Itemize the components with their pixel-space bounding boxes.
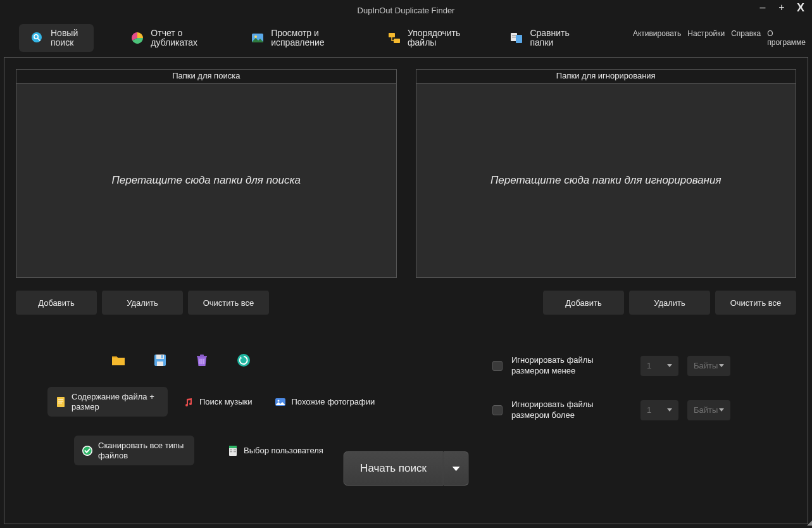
mode-music[interactable]: Поиск музыки [175, 391, 259, 413]
photos-icon [275, 396, 286, 408]
size-filters: Игнорировать файлы размером менее 1 Байт… [492, 353, 784, 465]
filter-more-than: Игнорировать файлы размером более 1 Байт… [492, 399, 784, 421]
tab-label: Упорядочить файлы [408, 28, 461, 48]
filter-less-than: Игнорировать файлы размером менее 1 Байт… [492, 355, 784, 377]
titlebar: DupInOut Duplicate Finder – + X [0, 0, 812, 20]
chevron-down-icon [667, 364, 672, 367]
svg-rect-33 [230, 451, 232, 452]
ignore-folders-dropzone[interactable]: Перетащите сюда папки для игнорирования [416, 84, 796, 277]
clear-ignore-folders-button[interactable]: Очистить все [715, 291, 796, 315]
svg-rect-9 [512, 35, 516, 35]
tab-compare[interactable]: Сравнить папки [498, 24, 582, 52]
svg-rect-24 [58, 403, 62, 403]
panel-title: Папки для поиска [16, 70, 396, 84]
add-search-folder-button[interactable]: Добавить [16, 291, 97, 315]
chevron-down-icon [719, 364, 724, 367]
mode-content-size[interactable]: Содержание файла + размер [47, 387, 168, 417]
scan-user-select[interactable]: Выбор пользователя [220, 440, 331, 462]
svg-point-26 [278, 399, 280, 401]
mode-photos[interactable]: Похожие фотографии [267, 391, 382, 413]
delete-search-folder-button[interactable]: Удалить [102, 291, 183, 315]
svg-rect-14 [161, 355, 163, 358]
svg-rect-16 [200, 355, 204, 356]
spreadsheet-icon [227, 445, 239, 456]
chip-label: Сканировать все типы файлов [98, 441, 187, 460]
tab-organize[interactable]: Упорядочить файлы [376, 24, 473, 52]
svg-rect-30 [229, 446, 237, 448]
refresh-icon[interactable] [236, 353, 251, 368]
add-ignore-folder-button[interactable]: Добавить [543, 291, 624, 315]
start-search-bar: Начать поиск [343, 451, 469, 486]
search-buttons: Добавить Удалить Очистить все [16, 291, 397, 315]
select-value: Байты [694, 361, 718, 370]
delete-ignore-folder-button[interactable]: Удалить [629, 291, 710, 315]
menu-help[interactable]: Справка [731, 29, 761, 47]
search-folders-panel: Папки для поиска Перетащите сюда папки д… [16, 69, 397, 278]
check-circle-icon [82, 445, 93, 456]
search-mode-row: Содержание файла + размер Поиск музыки П… [28, 387, 467, 417]
chip-label: Выбор пользователя [244, 446, 323, 456]
tab-new-search[interactable]: Новый поиск [19, 24, 94, 52]
trash-icon[interactable] [194, 353, 209, 368]
tab-label: Сравнить папки [530, 28, 570, 48]
chevron-down-icon [452, 467, 459, 471]
resize-grip[interactable]: ◢ [807, 519, 811, 527]
svg-rect-31 [230, 449, 232, 450]
start-search-button[interactable]: Начать поиск [343, 451, 444, 486]
dropzone-placeholder: Перетащите сюда папки для поиска [111, 174, 301, 187]
menu-activate[interactable]: Активировать [633, 29, 681, 47]
svg-rect-8 [516, 35, 522, 43]
tab-label: Новый поиск [51, 28, 82, 48]
chip-label: Похожие фотографии [291, 397, 375, 407]
svg-point-0 [32, 32, 42, 42]
dropzone-placeholder: Перетащите сюда папки для игнорирования [490, 174, 721, 187]
tab-review[interactable]: Просмотр и исправление [239, 24, 351, 52]
start-search-dropdown[interactable] [444, 451, 469, 486]
svg-rect-32 [234, 449, 236, 450]
clear-search-folders-button[interactable]: Очистить все [188, 291, 269, 315]
filter-label: Игнорировать файлы размером менее [511, 355, 632, 377]
menu-links: Активировать Настройки Справка О програм… [633, 29, 806, 47]
menu-about[interactable]: О программе [767, 29, 806, 47]
size-value-more[interactable]: 1 [640, 400, 678, 420]
svg-point-4 [254, 35, 257, 38]
photo-icon [251, 31, 265, 45]
search-icon [30, 31, 44, 45]
checkbox-less-than[interactable] [492, 361, 503, 371]
svg-rect-23 [58, 401, 63, 401]
tab-report[interactable]: Отчет о дубликатах [119, 24, 214, 52]
svg-rect-12 [156, 355, 164, 359]
save-icon[interactable] [153, 353, 168, 368]
close-button[interactable]: X [792, 0, 809, 15]
spinner-value: 1 [647, 361, 651, 370]
size-value-less[interactable]: 1 [640, 356, 678, 376]
svg-rect-6 [394, 39, 400, 43]
chevron-down-icon [667, 408, 672, 412]
spinner-value: 1 [647, 405, 651, 415]
svg-rect-13 [157, 361, 163, 366]
options-area: Содержание файла + размер Поиск музыки П… [16, 353, 796, 465]
tab-label: Просмотр и исправление [271, 28, 339, 48]
toolbar: Новый поиск Отчет о дубликатах Просмотр … [0, 20, 812, 56]
svg-rect-10 [512, 37, 516, 37]
size-unit-less[interactable]: Байты [687, 356, 730, 376]
search-folders-dropzone[interactable]: Перетащите сюда папки для поиска [16, 84, 396, 277]
checkbox-more-than[interactable] [492, 405, 503, 415]
maximize-button[interactable]: + [773, 0, 790, 15]
scan-all-types[interactable]: Сканировать все типы файлов [74, 436, 194, 465]
tab-label: Отчет о дубликатах [151, 28, 203, 48]
pie-chart-icon [130, 31, 144, 45]
open-folder-icon[interactable] [111, 353, 126, 368]
select-value: Байты [694, 405, 718, 415]
minimize-button[interactable]: – [754, 0, 771, 15]
folder-tree-icon [387, 31, 401, 45]
menu-settings[interactable]: Настройки [687, 29, 725, 47]
window-buttons: – + X [754, 0, 809, 15]
chevron-down-icon [719, 408, 724, 412]
ignore-folders-panel: Папки для игнорирования Перетащите сюда … [416, 69, 797, 278]
chip-label: Содержание файла + размер [72, 392, 160, 412]
filter-label: Игнорировать файлы размером более [511, 399, 632, 421]
content-area: Папки для поиска Перетащите сюда папки д… [4, 57, 808, 524]
size-unit-more[interactable]: Байты [687, 400, 730, 420]
svg-rect-5 [389, 33, 395, 37]
